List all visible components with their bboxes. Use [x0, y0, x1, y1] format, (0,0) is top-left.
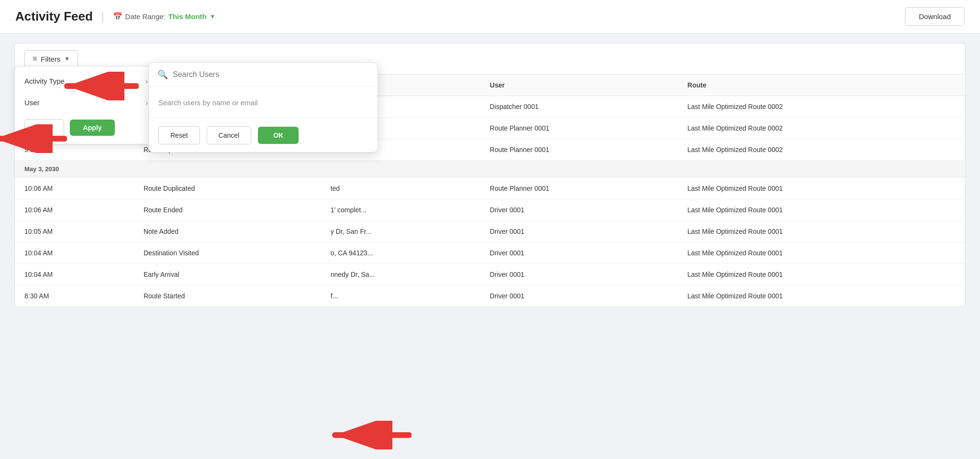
main-content: ≡ Filters ▼ Time Activity Type Notes Use…: [0, 33, 980, 317]
date-range-control[interactable]: 📅 Date Range: This Month ▼: [113, 12, 216, 21]
filter-apply-button[interactable]: Apply: [70, 120, 115, 136]
modal-cancel-button[interactable]: Cancel: [207, 126, 252, 144]
table-row: 10:06 AMRoute Ended1' complet...Driver 0…: [15, 199, 965, 221]
arrow-to-ok: [306, 421, 412, 449]
filter-user-label: User: [24, 98, 40, 107]
filters-dropdown: Activity Type › User › Reset Apply: [14, 66, 158, 144]
table-row: 10:04 AMDestination Visitedo, CA 94123..…: [15, 242, 965, 264]
download-button[interactable]: Download: [905, 7, 965, 26]
date-group-row: May 3, 2030: [15, 161, 965, 178]
filters-label: Filters: [41, 55, 60, 63]
table-row: 8:30 AMRoute Startedf...Driver 0001Last …: [15, 285, 965, 307]
filter-activity-type-label: Activity Type: [24, 77, 65, 85]
filter-reset-button[interactable]: Reset: [24, 119, 64, 136]
filter-actions: Reset Apply: [15, 113, 157, 140]
header-divider: |: [101, 11, 104, 23]
date-range-value[interactable]: This Month: [168, 12, 207, 21]
page-title: Activity Feed: [15, 9, 93, 24]
filter-icon: ≡: [33, 55, 37, 63]
header-left: Activity Feed | 📅 Date Range: This Month…: [15, 9, 216, 24]
chevron-down-icon[interactable]: ▼: [210, 13, 216, 20]
filter-item-activity-type[interactable]: Activity Type ›: [15, 70, 157, 92]
modal-ok-button[interactable]: OK: [258, 127, 299, 144]
modal-actions: Reset Cancel OK: [149, 118, 378, 152]
table-row: 10:05 AMNote Addedy Dr, San Fr...Driver …: [15, 221, 965, 242]
app-header: Activity Feed | 📅 Date Range: This Month…: [0, 0, 980, 33]
user-chevron-icon: ›: [145, 99, 148, 107]
filters-chevron-icon: ▼: [64, 55, 70, 62]
modal-reset-button[interactable]: Reset: [158, 126, 200, 144]
col-route: Route: [678, 75, 965, 96]
search-icon: 🔍: [157, 69, 168, 80]
activity-type-chevron-icon: ›: [145, 77, 148, 85]
filters-button[interactable]: ≡ Filters ▼: [24, 50, 78, 67]
date-range-prefix: Date Range:: [125, 12, 166, 21]
search-hint: Search users by name or email: [149, 87, 378, 118]
search-input-row: 🔍: [149, 63, 378, 87]
search-input[interactable]: [173, 70, 369, 79]
search-users-modal: 🔍 Search users by name or email Reset Ca…: [148, 62, 378, 153]
table-row: 10:04 AMEarly Arrivalnnedy Dr, Sa...Driv…: [15, 264, 965, 285]
filter-item-user[interactable]: User ›: [15, 92, 157, 113]
table-row: 10:06 AMRoute DuplicatedtedRoute Planner…: [15, 178, 965, 199]
calendar-icon: 📅: [113, 12, 122, 21]
col-user: User: [480, 75, 678, 96]
